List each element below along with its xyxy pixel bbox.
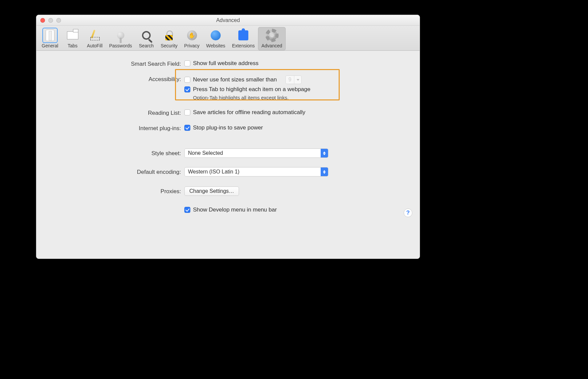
- show-full-url-label: Show full website address: [193, 60, 259, 67]
- tab-tabs-label: Tabs: [68, 43, 78, 48]
- autofill-icon: [88, 28, 102, 42]
- zoom-window-button[interactable]: [56, 18, 61, 23]
- offline-reading-checkbox[interactable]: Save articles for offline reading automa…: [184, 109, 305, 116]
- popup-arrows-icon: [321, 167, 328, 176]
- tab-search-label: Search: [139, 43, 154, 48]
- tab-passwords[interactable]: Passwords: [106, 27, 135, 50]
- help-button[interactable]: ?: [404, 209, 412, 217]
- tab-search[interactable]: Search: [135, 27, 157, 50]
- close-window-button[interactable]: [40, 18, 45, 23]
- tab-websites-label: Websites: [206, 43, 225, 48]
- change-proxy-settings-button[interactable]: Change Settings…: [184, 186, 239, 196]
- stylesheet-popup[interactable]: None Selected: [184, 148, 328, 158]
- offline-reading-label: Save articles for offline reading automa…: [193, 109, 305, 116]
- preferences-window: Advanced General Tabs AutoFill Passwords…: [36, 15, 420, 259]
- show-develop-menu-label: Show Develop menu in menu bar: [193, 207, 277, 213]
- show-develop-menu-checkbox[interactable]: Show Develop menu in menu bar: [184, 207, 277, 213]
- help-icon: ?: [406, 210, 410, 216]
- popup-arrows-icon: [321, 149, 328, 157]
- tab-privacy[interactable]: ✋ Privacy: [181, 27, 203, 50]
- tab-passwords-label: Passwords: [109, 43, 132, 48]
- tab-advanced[interactable]: Advanced: [258, 27, 285, 50]
- extensions-icon: [236, 28, 250, 42]
- tab-highlight-label: Press Tab to highlight each item on a we…: [193, 86, 310, 93]
- stylesheet-label: Style sheet:: [46, 148, 184, 157]
- traffic-lights: [40, 18, 61, 23]
- privacy-icon: ✋: [185, 28, 199, 42]
- checkbox-checked-icon: [184, 207, 190, 213]
- reading-list-label: Reading List:: [46, 109, 184, 116]
- window-title: Advanced: [36, 17, 420, 23]
- prefs-toolbar: General Tabs AutoFill Passwords Search S…: [36, 26, 420, 51]
- advanced-pane: Smart Search Field: Show full website ad…: [36, 51, 420, 223]
- proxies-label: Proxies:: [46, 186, 184, 195]
- tab-websites[interactable]: Websites: [203, 27, 229, 50]
- stylesheet-value: None Selected: [188, 150, 321, 156]
- svg-marker-0: [297, 79, 299, 81]
- chevron-down-icon: [294, 76, 301, 84]
- passwords-icon: [114, 28, 128, 42]
- stop-plugins-label: Stop plug-ins to save power: [193, 124, 263, 131]
- tab-extensions-label: Extensions: [232, 43, 255, 48]
- general-icon: [43, 28, 57, 42]
- checkbox-checked-icon: [184, 125, 190, 131]
- smart-search-label: Smart Search Field:: [46, 60, 184, 67]
- tab-advanced-label: Advanced: [261, 43, 282, 48]
- encoding-popup[interactable]: Western (ISO Latin 1): [184, 167, 328, 176]
- websites-icon: [209, 28, 223, 42]
- checkbox-checked-icon: [184, 86, 190, 92]
- stop-plugins-checkbox[interactable]: Stop plug-ins to save power: [184, 124, 263, 131]
- change-proxy-settings-label: Change Settings…: [189, 188, 234, 194]
- show-full-url-checkbox[interactable]: Show full website address: [184, 60, 259, 67]
- tab-general[interactable]: General: [38, 27, 62, 50]
- tab-security[interactable]: Security: [157, 27, 181, 50]
- checkbox-icon: [184, 109, 190, 115]
- plugins-label: Internet plug-ins:: [46, 124, 184, 132]
- tab-autofill[interactable]: AutoFill: [84, 27, 106, 50]
- accessibility-label: Accessibility:: [46, 75, 184, 83]
- tab-tabs[interactable]: Tabs: [62, 27, 84, 50]
- min-font-size-value: 9: [286, 77, 294, 83]
- tab-general-label: General: [42, 43, 58, 48]
- encoding-label: Default encoding:: [46, 167, 184, 175]
- minimize-window-button[interactable]: [48, 18, 53, 23]
- advanced-icon: [265, 28, 279, 42]
- tab-autofill-label: AutoFill: [87, 43, 103, 48]
- tab-highlight-checkbox[interactable]: Press Tab to highlight each item on a we…: [184, 86, 310, 93]
- tab-extensions[interactable]: Extensions: [229, 27, 258, 50]
- min-font-size-checkbox[interactable]: Never use font sizes smaller than 9: [184, 75, 302, 84]
- checkbox-icon: [184, 60, 190, 66]
- encoding-value: Western (ISO Latin 1): [188, 169, 321, 175]
- min-font-size-stepper[interactable]: 9: [285, 75, 302, 84]
- security-icon: [162, 28, 176, 42]
- tabs-icon: [66, 28, 80, 42]
- tab-security-label: Security: [161, 43, 178, 48]
- min-font-size-label: Never use font sizes smaller than: [193, 76, 277, 83]
- titlebar: Advanced: [36, 15, 420, 26]
- tab-privacy-label: Privacy: [184, 43, 200, 48]
- search-icon: [139, 28, 153, 42]
- checkbox-icon: [184, 77, 190, 83]
- tab-highlight-hint: Option-Tab highlights all items except l…: [193, 95, 289, 100]
